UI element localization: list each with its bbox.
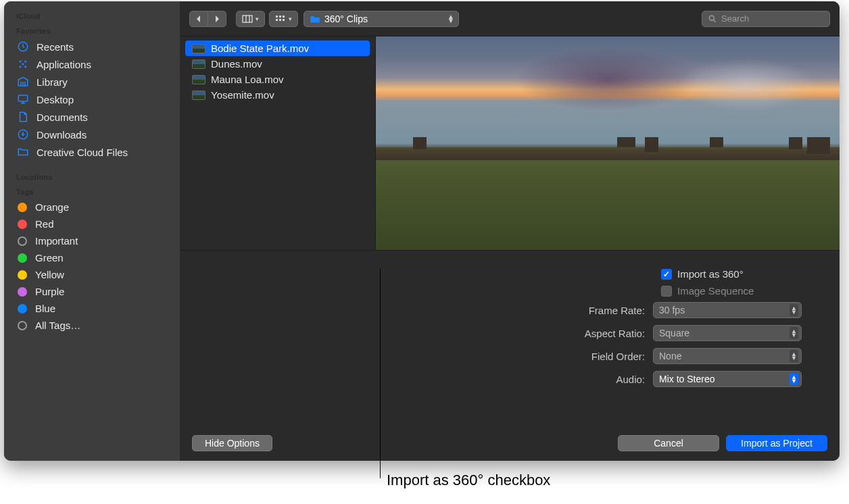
preview-image <box>376 36 840 250</box>
sidebar-tag-yellow[interactable]: Yellow <box>4 266 180 283</box>
hide-options-button[interactable]: Hide Options <box>192 435 272 451</box>
sidebar-item-recents[interactable]: Recents <box>4 38 180 55</box>
sidebar-item-label: Yellow <box>35 269 64 280</box>
video-thumb-icon <box>192 91 205 100</box>
sidebar-item-creative-cloud[interactable]: Creative Cloud Files <box>4 143 180 161</box>
sidebar-tag-purple[interactable]: Purple <box>4 283 180 300</box>
doc-icon <box>16 111 30 123</box>
chevron-down-icon: ▾ <box>256 16 259 22</box>
view-group-button[interactable]: ▾ <box>269 11 298 27</box>
import-360-checkbox-row[interactable]: ✓ Import as 360° <box>661 268 826 280</box>
file-row[interactable]: Yosemite.mov <box>185 87 370 103</box>
sidebar-item-downloads[interactable]: Downloads <box>4 126 180 143</box>
sidebar-item-label: Purple <box>35 286 64 297</box>
content-split: Bodie State Park.mov Dunes.mov Mauna Loa… <box>180 36 840 250</box>
file-name: Yosemite.mov <box>211 89 274 101</box>
svg-rect-7 <box>276 19 278 21</box>
search-icon <box>708 14 717 24</box>
checkbox-unchecked-icon[interactable] <box>661 286 672 297</box>
updown-icon: ▲▼ <box>790 373 798 385</box>
file-name: Bodie State Park.mov <box>211 43 309 54</box>
field-order-select[interactable]: None ▲▼ <box>653 348 802 364</box>
sidebar-section-icloud: iCloud <box>4 8 180 23</box>
aspect-ratio-label: Aspect Ratio: <box>193 328 653 339</box>
tag-dot-icon <box>18 287 27 297</box>
select-value: Mix to Stereo <box>659 374 714 384</box>
desktop-icon <box>16 93 30 105</box>
video-thumb-icon <box>192 44 205 53</box>
import-dialog-window: iCloud Favorites Recents Applications Li… <box>4 1 840 461</box>
sidebar-item-applications[interactable]: Applications <box>4 55 180 73</box>
forward-button[interactable] <box>208 11 226 27</box>
video-thumb-icon <box>192 59 205 69</box>
import-button[interactable]: Import as Project <box>726 435 827 451</box>
file-row[interactable]: Dunes.mov <box>185 56 370 72</box>
sidebar-tag-red[interactable]: Red <box>4 216 180 232</box>
svg-rect-3 <box>243 16 252 22</box>
sidebar-section-locations: Locations <box>4 169 180 184</box>
image-sequence-checkbox-row[interactable]: Image Sequence <box>661 285 826 297</box>
checkbox-label: Image Sequence <box>677 285 754 297</box>
svg-rect-4 <box>276 16 278 18</box>
footer-buttons: Hide Options Cancel Import as Project <box>180 435 840 451</box>
view-columns-button[interactable]: ▾ <box>236 11 265 27</box>
sidebar-item-label: All Tags… <box>35 320 80 331</box>
frame-rate-label: Frame Rate: <box>193 305 653 316</box>
sidebar-tag-orange[interactable]: Orange <box>4 199 180 216</box>
cancel-button[interactable]: Cancel <box>618 435 719 451</box>
updown-icon: ▲▼ <box>790 350 798 362</box>
sidebar-item-label: Green <box>35 252 64 263</box>
view-mode-group: ▾ ▾ <box>236 11 298 27</box>
sidebar-tag-green[interactable]: Green <box>4 249 180 266</box>
sidebar-item-label: Library <box>37 76 68 88</box>
sidebar-tag-blue[interactable]: Blue <box>4 300 180 317</box>
video-thumb-icon <box>192 75 205 84</box>
updown-icon: ▲▼ <box>447 15 454 23</box>
sidebar-item-label: Desktop <box>37 94 74 105</box>
select-value: 30 fps <box>659 305 685 316</box>
audio-select[interactable]: Mix to Stereo ▲▼ <box>653 371 802 387</box>
svg-point-10 <box>709 16 714 20</box>
file-name: Mauna Loa.mov <box>211 74 284 85</box>
main-pane: ▾ ▾ 360° Clips ▲▼ <box>180 1 840 461</box>
sidebar-item-label: Documents <box>37 111 88 123</box>
sidebar-item-desktop[interactable]: Desktop <box>4 91 180 108</box>
sidebar: iCloud Favorites Recents Applications Li… <box>4 1 180 461</box>
aspect-ratio-select[interactable]: Square ▲▼ <box>653 325 802 341</box>
search-field[interactable] <box>702 11 830 27</box>
tag-dot-icon <box>18 304 27 313</box>
folder-icon <box>310 14 320 24</box>
sidebar-item-label: Creative Cloud Files <box>37 147 128 158</box>
sidebar-item-documents[interactable]: Documents <box>4 108 180 126</box>
download-icon <box>16 128 30 141</box>
back-button[interactable] <box>189 11 208 27</box>
sidebar-tag-all[interactable]: All Tags… <box>4 317 180 334</box>
tag-dot-icon <box>18 220 27 229</box>
toolbar: ▾ ▾ 360° Clips ▲▼ <box>180 1 840 36</box>
apps-icon <box>16 58 30 70</box>
sidebar-item-label: Recents <box>37 41 74 53</box>
tag-dot-icon <box>18 203 27 212</box>
file-row[interactable]: Mauna Loa.mov <box>185 72 370 87</box>
updown-icon: ▲▼ <box>790 327 798 339</box>
tag-outline-icon <box>18 236 27 246</box>
tag-dot-icon <box>18 253 27 263</box>
sidebar-item-library[interactable]: Library <box>4 73 180 91</box>
sidebar-item-label: Orange <box>35 201 69 213</box>
tag-dot-icon <box>18 270 27 280</box>
checkbox-label: Import as 360° <box>677 268 744 280</box>
options-panel: ✓ Import as 360° Image Sequence Frame Ra… <box>180 250 840 461</box>
file-row[interactable]: Bodie State Park.mov <box>185 41 370 56</box>
clock-icon <box>16 41 30 53</box>
svg-rect-8 <box>279 19 281 21</box>
svg-rect-9 <box>283 19 285 21</box>
callout-line <box>380 269 381 478</box>
search-input[interactable] <box>721 14 824 24</box>
svg-rect-5 <box>279 16 281 18</box>
sidebar-item-label: Red <box>35 218 54 230</box>
sidebar-tag-important[interactable]: Important <box>4 232 180 249</box>
checkbox-checked-icon[interactable]: ✓ <box>661 269 672 280</box>
path-selector[interactable]: 360° Clips ▲▼ <box>304 11 459 27</box>
tag-outline-icon <box>18 321 27 330</box>
frame-rate-select[interactable]: 30 fps ▲▼ <box>653 302 802 318</box>
